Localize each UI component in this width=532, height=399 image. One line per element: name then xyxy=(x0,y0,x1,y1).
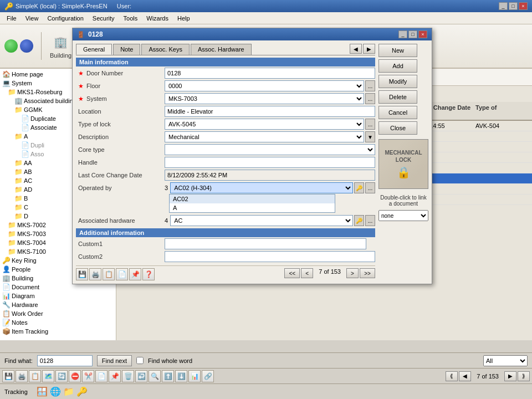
bottom-expand-btn[interactable]: ⬆️ xyxy=(162,370,174,382)
menu-security[interactable]: Security xyxy=(88,14,119,23)
nav-next[interactable]: > xyxy=(346,268,359,278)
maximize-button[interactable]: □ xyxy=(509,2,518,10)
find-input[interactable] xyxy=(37,355,93,366)
bottom-stop-btn[interactable]: ⛔ xyxy=(69,370,81,382)
bottom-nav-prev[interactable]: ◀ xyxy=(459,371,471,381)
modal-bottom-bar: 💾 🖨️ 📋 📄 📌 ❓ << < 7 of 153 > >> xyxy=(76,265,375,280)
people-icon: 👤 xyxy=(2,265,10,273)
image-combo[interactable]: none xyxy=(378,210,428,221)
field-system: ★ System MKS-7003 ... xyxy=(76,93,375,104)
modal-help-btn[interactable]: ❓ xyxy=(142,268,155,280)
bottom-page-info: 7 of 153 xyxy=(472,373,503,380)
menu-configuration[interactable]: Configuration xyxy=(43,14,88,23)
tab-assoc-hardware[interactable]: Assoc. Hardware xyxy=(191,44,252,55)
floor-select[interactable]: 0000 xyxy=(165,80,364,91)
bottom-map-btn[interactable]: 🗺️ xyxy=(42,370,54,382)
close-button[interactable]: × xyxy=(519,2,528,10)
menu-wizards[interactable]: Wizards xyxy=(142,14,173,23)
find-next-btn[interactable]: Find next xyxy=(97,355,132,366)
modal-minimize-btn[interactable]: _ xyxy=(398,30,407,38)
bottom-undo-btn[interactable]: ↩️ xyxy=(135,370,147,382)
bottom-nav-last[interactable]: ⟫ xyxy=(518,371,530,381)
modal-paste-btn[interactable]: 📌 xyxy=(129,268,141,280)
modal-close-btn[interactable]: × xyxy=(418,30,427,38)
modal-save-btn[interactable]: 💾 xyxy=(76,268,88,280)
find-whole-word-check[interactable] xyxy=(136,357,144,364)
tab-nav-prev[interactable]: ◀ xyxy=(350,44,362,54)
nav-first[interactable]: << xyxy=(284,268,300,278)
operated-by-btn2[interactable]: ... xyxy=(365,182,375,193)
operated-by-btn1[interactable]: 🔑 xyxy=(354,182,364,193)
sidebar-item-workorder[interactable]: 📋 Work Order xyxy=(1,309,115,318)
bottom-collapse-btn[interactable]: ⬇️ xyxy=(175,370,187,382)
modal-list-btn[interactable]: 📋 xyxy=(103,268,115,280)
type-browse-btn[interactable]: ... xyxy=(365,119,375,130)
sidebar-item-notes[interactable]: 📝 Notes xyxy=(1,318,115,327)
desc-browse-btn[interactable]: ▼ xyxy=(365,131,375,142)
menu-tools[interactable]: Tools xyxy=(119,14,142,23)
type-of-lock-select[interactable]: AVK-5045 xyxy=(165,119,364,130)
assoc-hardware-btn1[interactable]: 🔑 xyxy=(354,215,364,226)
bottom-list-btn[interactable]: 📋 xyxy=(29,370,41,382)
app-icons: 🪟 🌐 📁 🔑 xyxy=(37,386,88,397)
modal-print-btn[interactable]: 🖨️ xyxy=(89,268,101,280)
door-number-input[interactable] xyxy=(165,68,375,79)
sidebar-label-document: Document xyxy=(12,284,39,290)
description-select[interactable]: Mechanical xyxy=(165,131,364,142)
bottom-refresh-btn[interactable]: 🔄 xyxy=(55,370,68,382)
document-image[interactable]: MECHANICALLOCK 🔒 xyxy=(378,139,428,189)
bottom-paste-btn[interactable]: 📌 xyxy=(109,370,121,382)
assoc-hardware-select[interactable]: AC xyxy=(170,215,353,226)
bottom-more1-btn[interactable]: 📊 xyxy=(188,370,201,382)
sidebar-item-diagram[interactable]: 📊 Diagram xyxy=(1,291,115,300)
modal-copy-btn[interactable]: 📄 xyxy=(116,268,128,280)
dropdown-item-a[interactable]: A xyxy=(170,203,335,212)
sidebar-item-itemtracking[interactable]: 📦 Item Tracking xyxy=(1,327,115,336)
cancel-button[interactable]: Cancel xyxy=(378,106,417,119)
dropdown-item-ac02[interactable]: AC02 xyxy=(170,195,335,203)
system-select[interactable]: MKS-7003 xyxy=(165,93,364,104)
nav-prev[interactable]: < xyxy=(301,268,313,278)
d-icon: 📁 xyxy=(14,212,22,220)
new-button[interactable]: New xyxy=(378,44,417,57)
door-modal: 🚪 0128 _ □ × General Note Assoc. Keys As… xyxy=(72,28,432,284)
bottom-print-btn[interactable]: 🖨️ xyxy=(16,370,28,382)
bottom-save-btn[interactable]: 💾 xyxy=(2,370,14,382)
close-button-modal[interactable]: Close xyxy=(378,121,417,135)
add-button[interactable]: Add xyxy=(378,59,417,73)
bottom-copy-btn[interactable]: 📄 xyxy=(95,370,108,382)
modify-button[interactable]: Modify xyxy=(378,75,417,88)
bottom-scissors-btn[interactable]: ✂️ xyxy=(82,370,94,382)
modal-maximize-btn[interactable]: □ xyxy=(408,30,417,38)
tab-general[interactable]: General xyxy=(76,44,112,55)
core-type-select[interactable] xyxy=(165,144,375,155)
assoc-hardware-btn2[interactable]: ... xyxy=(365,215,375,226)
tab-nav-next[interactable]: ▶ xyxy=(363,44,375,54)
system-browse-btn[interactable]: ... xyxy=(365,93,375,104)
nav-last[interactable]: >> xyxy=(360,268,375,278)
sidebar-label-diagram: Diagram xyxy=(12,293,35,299)
location-input[interactable] xyxy=(165,106,375,117)
itemtracking-icon: 📦 xyxy=(2,328,10,335)
tab-note[interactable]: Note xyxy=(113,44,140,55)
bottom-nav-first[interactable]: ⟪ xyxy=(446,371,458,381)
bottom-filter-btn[interactable]: 🔍 xyxy=(149,370,161,382)
floor-browse-btn[interactable]: ... xyxy=(365,80,375,91)
field-assoc-hardware: Associated hardware 4 AC 🔑 ... xyxy=(76,215,375,226)
custom1-input[interactable] xyxy=(165,238,366,249)
sidebar-item-hardware[interactable]: 🔧 Hardware xyxy=(1,300,115,309)
menu-view[interactable]: View xyxy=(21,14,43,23)
handle-input[interactable] xyxy=(165,157,375,168)
doc-link-text[interactable]: Double-click to link a document xyxy=(378,193,428,208)
minimize-button[interactable]: _ xyxy=(499,2,508,10)
custom2-input[interactable] xyxy=(165,251,375,262)
bottom-delete-btn[interactable]: 🗑️ xyxy=(122,370,134,382)
tab-assoc-keys[interactable]: Assoc. Keys xyxy=(141,44,190,55)
bottom-nav-next[interactable]: ▶ xyxy=(504,371,516,381)
menu-file[interactable]: File xyxy=(2,14,21,23)
operated-by-select[interactable]: AC02 (H-304) xyxy=(170,182,353,193)
bottom-more2-btn[interactable]: 🔗 xyxy=(202,370,214,382)
find-combo[interactable]: All xyxy=(483,355,528,366)
delete-button[interactable]: Delete xyxy=(378,90,417,104)
menu-help[interactable]: Help xyxy=(173,14,195,23)
